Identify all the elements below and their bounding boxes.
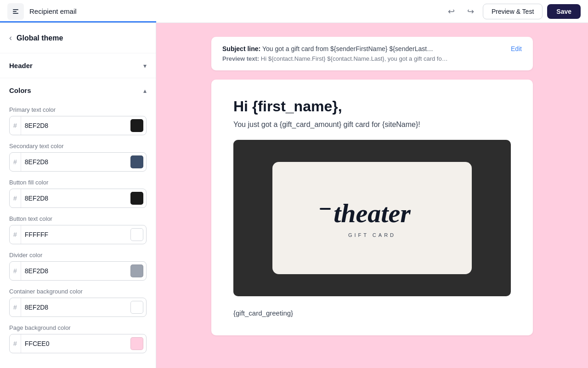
secondary-text-color-field: Secondary text color # <box>9 143 147 172</box>
chevron-left-icon: ‹ <box>9 33 12 43</box>
hash-symbol: # <box>10 116 21 135</box>
secondary-text-color-input[interactable] <box>21 153 128 171</box>
hash-symbol: # <box>10 153 21 171</box>
button-text-color-input[interactable] <box>21 225 128 244</box>
email-subtext: You just got a {gift_card_amount} gift c… <box>233 121 511 129</box>
email-body: Hi {first_name}, You just got a {gift_ca… <box>211 80 533 335</box>
button-fill-color-input-row: # <box>9 189 147 208</box>
content-area: Subject line: You got a gift card from $… <box>156 23 588 368</box>
button-fill-color-field: Button fill color # <box>9 179 147 208</box>
theater-logo-wrapper: theater <box>334 198 411 229</box>
header-section-label: Header <box>9 62 33 69</box>
sidebar: ‹ Global theme Header ▾ Colors ▴ Primary… <box>0 23 156 368</box>
divider-color-input-row: # <box>9 261 147 281</box>
button-text-color-field: Button text color # <box>9 215 147 244</box>
page-bg-color-label: Page background color <box>9 324 147 331</box>
subject-texts: Subject line: You got a gift card from $… <box>222 45 503 62</box>
primary-text-color-input[interactable] <box>21 116 128 135</box>
subject-card: Subject line: You got a gift card from $… <box>211 37 533 70</box>
colors-accordion: Colors ▴ Primary text color # Secondary … <box>0 78 156 368</box>
theater-logo-text: theater <box>334 198 411 229</box>
email-footer-text: {gift_card_greeting} <box>233 309 511 317</box>
page-bg-color-input[interactable] <box>21 334 128 353</box>
button-text-color-input-row: # <box>9 225 147 244</box>
subject-line-value: You got a gift card from ${senderFirstNa… <box>262 45 433 52</box>
primary-text-color-label: Primary text color <box>9 106 147 113</box>
chevron-down-icon: ▾ <box>143 62 147 69</box>
primary-text-color-input-row: # <box>9 116 147 135</box>
container-bg-color-input[interactable] <box>21 298 128 316</box>
sidebar-title: Global theme <box>17 34 63 42</box>
button-text-color-label: Button text color <box>9 215 147 222</box>
sidebar-back-button[interactable]: ‹ <box>9 33 12 43</box>
save-button[interactable]: Save <box>547 4 581 19</box>
edit-button[interactable]: Edit <box>511 45 522 52</box>
redo-button[interactable]: ↪ <box>464 4 478 19</box>
gift-card-subtitle: GIFT CARD <box>348 232 396 238</box>
svg-rect-1 <box>13 11 17 12</box>
topbar-actions: ↩ ↪ Preview & Test Save <box>444 4 581 19</box>
divider-color-field: Divider color # <box>9 252 147 281</box>
container-bg-color-input-row: # <box>9 298 147 317</box>
button-fill-color-label: Button fill color <box>9 179 147 186</box>
gift-card-inner: theater GIFT CARD <box>272 162 472 275</box>
page-bg-color-swatch[interactable] <box>130 337 143 350</box>
back-button[interactable] <box>7 3 24 20</box>
page-bg-color-field: Page background color # <box>9 324 147 353</box>
page-bg-color-input-row: # <box>9 334 147 353</box>
main-layout: ‹ Global theme Header ▾ Colors ▴ Primary… <box>0 23 588 368</box>
undo-button[interactable]: ↩ <box>444 4 459 19</box>
preview-test-button[interactable]: Preview & Test <box>483 4 543 19</box>
page-title: Recipient email <box>29 7 439 15</box>
divider-color-label: Divider color <box>9 252 147 259</box>
button-text-color-swatch[interactable] <box>130 228 143 241</box>
colors-accordion-toggle[interactable]: Colors ▴ <box>0 78 156 103</box>
container-bg-color-label: Container background color <box>9 288 147 295</box>
colors-content: Primary text color # Secondary text colo… <box>0 103 156 368</box>
colors-section-label: Colors <box>9 86 31 94</box>
button-fill-color-swatch[interactable] <box>130 192 143 205</box>
secondary-text-color-swatch[interactable] <box>130 155 143 168</box>
email-greeting: Hi {first_name}, <box>233 98 511 115</box>
primary-text-color-swatch[interactable] <box>130 119 143 132</box>
container-bg-color-field: Container background color # <box>9 288 147 317</box>
hash-symbol: # <box>10 298 21 316</box>
hash-symbol: # <box>10 225 21 244</box>
active-tab-indicator <box>0 21 156 23</box>
theater-dash-icon <box>320 208 331 210</box>
header-accordion: Header ▾ <box>0 53 156 78</box>
subject-line-label: Subject line: <box>222 45 260 52</box>
primary-text-color-field: Primary text color # <box>9 106 147 135</box>
subject-line: Subject line: You got a gift card from $… <box>222 45 503 52</box>
topbar: Recipient email ↩ ↪ Preview & Test Save <box>0 0 588 23</box>
hash-symbol: # <box>10 262 21 280</box>
container-bg-color-swatch[interactable] <box>130 301 143 314</box>
preview-text-value: Hi ${contact.Name.First} ${contact.Name.… <box>261 55 448 62</box>
button-fill-color-input[interactable] <box>21 189 128 207</box>
secondary-text-color-label: Secondary text color <box>9 143 147 150</box>
hash-symbol: # <box>10 189 21 207</box>
header-accordion-toggle[interactable]: Header ▾ <box>0 53 156 78</box>
preview-text-label: Preview text: <box>222 55 259 62</box>
subject-preview: Preview text: Hi ${contact.Name.First} $… <box>222 55 503 62</box>
hash-symbol: # <box>10 334 21 353</box>
divider-color-swatch[interactable] <box>130 264 143 277</box>
gift-card-image: theater GIFT CARD <box>233 140 511 296</box>
svg-rect-0 <box>13 9 18 10</box>
svg-rect-2 <box>13 13 18 14</box>
divider-color-input[interactable] <box>21 262 128 280</box>
secondary-text-color-input-row: # <box>9 152 147 172</box>
chevron-up-icon: ▴ <box>143 87 147 94</box>
sidebar-section-header: ‹ Global theme <box>0 23 156 53</box>
